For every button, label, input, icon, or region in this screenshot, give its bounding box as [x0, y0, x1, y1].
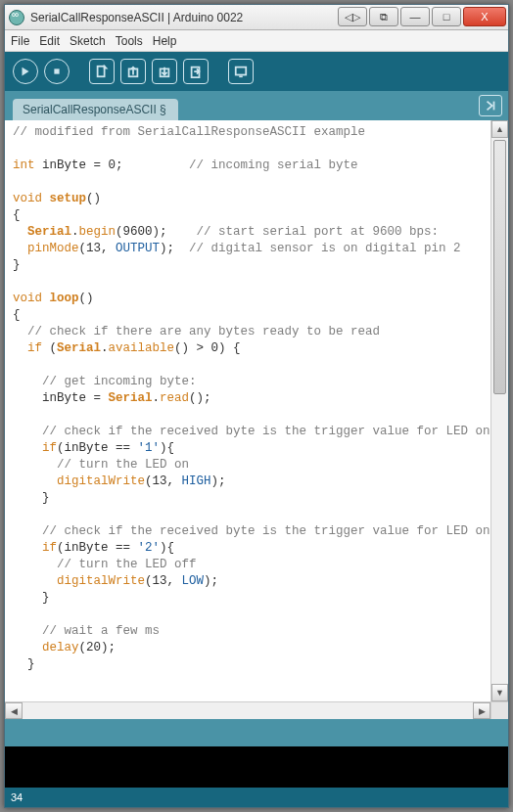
code-token: Serial: [57, 341, 101, 355]
play-icon: [19, 65, 32, 78]
svg-rect-1: [98, 67, 105, 77]
window-shrink-button[interactable]: ◁▷: [338, 7, 367, 26]
window-title: SerialCallResponseASCII | Arduino 0022: [30, 11, 243, 24]
code-token: (): [79, 292, 94, 305]
code-line: // get incoming byte:: [42, 375, 197, 388]
vertical-scrollbar[interactable]: ▲ ▼: [490, 120, 508, 701]
code-token: inByte =: [13, 391, 109, 405]
new-file-icon: [95, 65, 109, 78]
tab-menu-button[interactable]: [479, 95, 502, 116]
code-token: int: [13, 158, 35, 172]
svg-rect-5: [236, 68, 247, 75]
scroll-right-button[interactable]: ▶: [473, 702, 490, 719]
stop-icon: [50, 65, 64, 78]
code-token: (): [86, 192, 101, 205]
open-icon: [126, 65, 140, 78]
scroll-up-button[interactable]: ▲: [491, 120, 508, 138]
arduino-ide-window: SerialCallResponseASCII | Arduino 0022 ◁…: [4, 4, 509, 808]
status-line-number: 34: [11, 791, 23, 803]
code-token: if: [27, 341, 42, 355]
code-token: (13,: [145, 474, 182, 488]
code-token: setup: [50, 192, 87, 205]
code-token: void: [13, 292, 42, 305]
code-token: inByte = 0;: [35, 158, 190, 172]
code-token: (13,: [79, 242, 117, 255]
menubar: File Edit Sketch Tools Help: [5, 30, 508, 52]
titlebar[interactable]: SerialCallResponseASCII | Arduino 0022 ◁…: [5, 5, 508, 30]
code-token: Serial: [109, 391, 153, 405]
code-token: // incoming serial byte: [189, 158, 358, 172]
window-close-button[interactable]: X: [463, 7, 506, 26]
window-buttons: ◁▷ ⧉ — □ X: [336, 7, 506, 26]
code-line: // check if there are any bytes ready to…: [27, 325, 380, 338]
status-message-area: [5, 719, 508, 746]
scroll-corner: [490, 701, 508, 719]
menu-help[interactable]: Help: [153, 34, 177, 48]
upload-icon: [189, 65, 203, 78]
code-token: () > 0) {: [174, 341, 241, 355]
sketch-tab[interactable]: SerialCallResponseASCII §: [13, 99, 178, 120]
status-bar: 34: [5, 788, 508, 807]
code-token: ){: [160, 441, 174, 455]
code-token: begin: [79, 225, 117, 239]
code-token: available: [109, 341, 175, 355]
verify-button[interactable]: [13, 59, 38, 84]
console-output[interactable]: [5, 746, 508, 788]
serial-monitor-button[interactable]: [228, 59, 254, 84]
tabbar: SerialCallResponseASCII §: [5, 91, 508, 120]
code-token: (20);: [79, 641, 117, 654]
code-token: );: [211, 474, 226, 488]
menu-edit[interactable]: Edit: [39, 34, 60, 48]
code-line: // wait a few ms: [42, 624, 160, 638]
scroll-down-button[interactable]: ▼: [491, 684, 508, 701]
code-line: }: [13, 657, 35, 671]
code-token: (inByte ==: [57, 541, 138, 555]
new-sketch-button[interactable]: [89, 59, 115, 84]
code-token: (inByte ==: [57, 441, 138, 455]
code-line: }: [13, 491, 50, 505]
svg-rect-0: [54, 68, 59, 73]
window-minimize-button[interactable]: —: [400, 7, 430, 26]
code-token: (: [42, 341, 57, 355]
window-maximize-button[interactable]: □: [432, 7, 461, 26]
stop-button[interactable]: [44, 59, 70, 84]
scroll-thumb[interactable]: [493, 140, 506, 394]
code-token: (9600);: [116, 225, 197, 239]
serial-monitor-icon: [234, 65, 248, 78]
sketch-tab-label: SerialCallResponseASCII §: [23, 103, 166, 116]
menu-sketch[interactable]: Sketch: [70, 34, 106, 48]
code-line: // turn the LED on: [57, 458, 189, 472]
window-expand-button[interactable]: ⧉: [369, 7, 398, 26]
code-token: .: [71, 225, 79, 239]
save-sketch-button[interactable]: [152, 59, 177, 84]
horizontal-scrollbar[interactable]: ◀ ▶: [5, 701, 490, 719]
code-token: loop: [50, 292, 79, 305]
scroll-left-button[interactable]: ◀: [5, 702, 23, 719]
code-token: LOW: [182, 574, 205, 588]
code-token: .: [153, 391, 161, 405]
open-sketch-button[interactable]: [120, 59, 146, 84]
menu-file[interactable]: File: [11, 34, 29, 48]
toolbar: [5, 52, 508, 91]
code-token: Serial: [27, 225, 71, 239]
code-line: // modified from SerialCallResponseASCII…: [13, 125, 365, 139]
code-token: .: [101, 341, 109, 355]
code-token: HIGH: [182, 474, 211, 488]
arrow-right-icon: [484, 99, 497, 113]
code-token: ){: [160, 541, 174, 555]
code-token: );: [160, 242, 189, 255]
code-token: delay: [42, 641, 79, 654]
menu-tools[interactable]: Tools: [116, 34, 143, 48]
code-line: }: [13, 591, 50, 605]
code-token: if: [42, 441, 57, 455]
upload-button[interactable]: [183, 59, 209, 84]
save-icon: [158, 65, 171, 78]
code-line: // check if the received byte is the tri…: [42, 524, 490, 538]
code-token: '2': [138, 541, 161, 555]
code-editor[interactable]: // modified from SerialCallResponseASCII…: [5, 120, 490, 701]
code-token: // start serial port at 9600 bps:: [197, 225, 440, 239]
code-token: digitalWrite: [57, 574, 145, 588]
code-token: pinMode: [27, 242, 79, 255]
code-line: // turn the LED off: [57, 558, 197, 571]
code-token: // digital sensor is on digital pin 2: [189, 242, 461, 255]
